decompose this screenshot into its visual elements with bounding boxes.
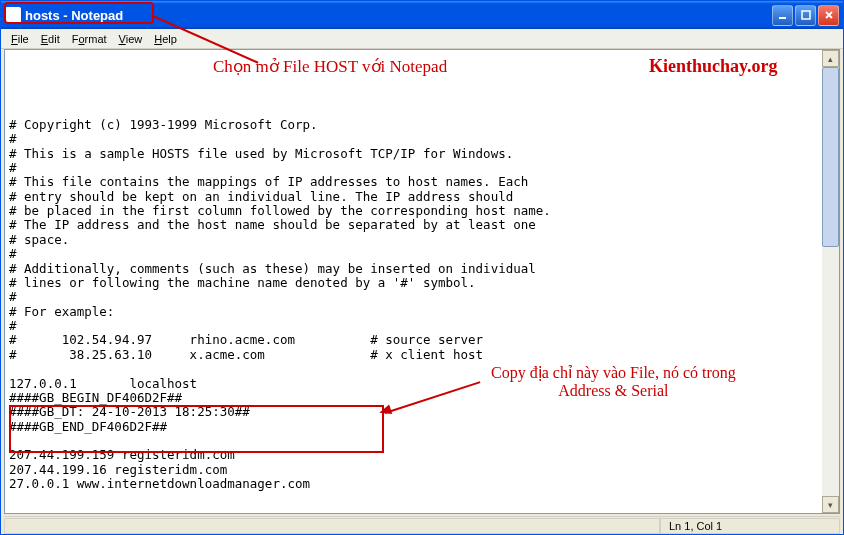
scroll-thumb[interactable] <box>822 67 839 247</box>
scroll-down-button[interactable]: ▾ <box>822 496 839 513</box>
svg-rect-1 <box>802 11 810 19</box>
titlebar: hosts - Notepad <box>1 1 843 29</box>
editor-area: # Copyright (c) 1993-1999 Microsoft Corp… <box>4 49 840 514</box>
menu-edit[interactable]: Edit <box>35 31 66 47</box>
vertical-scrollbar[interactable]: ▴ ▾ <box>822 50 839 513</box>
window-title: hosts - Notepad <box>25 8 772 23</box>
menubar: File Edit Format View Help <box>1 29 843 49</box>
close-button[interactable] <box>818 5 839 26</box>
svg-rect-0 <box>779 17 786 19</box>
statusbar: Ln 1, Col 1 <box>4 516 840 534</box>
notepad-window: hosts - Notepad File Edit Format View He… <box>0 0 844 535</box>
menu-help[interactable]: Help <box>148 31 183 47</box>
maximize-button[interactable] <box>795 5 816 26</box>
scroll-up-button[interactable]: ▴ <box>822 50 839 67</box>
status-spacer <box>4 518 660 534</box>
text-editor[interactable]: # Copyright (c) 1993-1999 Microsoft Corp… <box>5 50 822 513</box>
status-position: Ln 1, Col 1 <box>660 518 840 534</box>
notepad-icon <box>5 7 21 23</box>
menu-view[interactable]: View <box>113 31 149 47</box>
menu-format[interactable]: Format <box>66 31 113 47</box>
minimize-button[interactable] <box>772 5 793 26</box>
menu-file[interactable]: File <box>5 31 35 47</box>
